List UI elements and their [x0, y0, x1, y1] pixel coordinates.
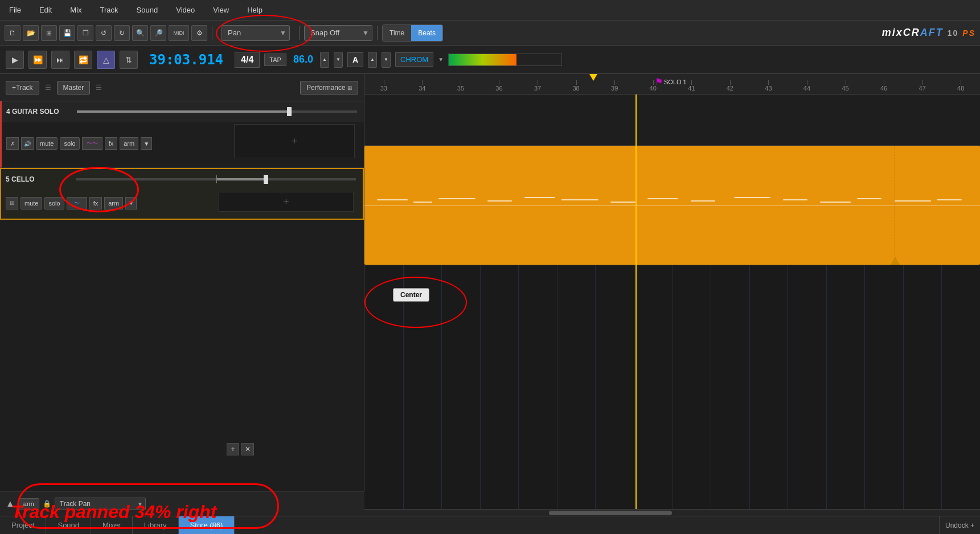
undo-button[interactable]: ↺ [96, 25, 112, 41]
cello-track-header: 5 CELLO [1, 169, 363, 190]
tab-sound[interactable]: Sound [46, 516, 91, 534]
guitar-dropdown-button[interactable]: ▼ [141, 137, 152, 150]
tap-button[interactable]: TAP [264, 54, 286, 66]
guitar-fx-button[interactable]: fx [105, 137, 118, 150]
cello-piano-icon[interactable]: ⊞ [6, 197, 18, 210]
key-display: A [347, 52, 363, 67]
separator-3 [377, 26, 378, 40]
remove-track-button[interactable]: ✕ [241, 443, 254, 455]
timeline-scrollbar-thumb[interactable] [549, 511, 672, 515]
menu-video[interactable]: Video [173, 5, 198, 15]
ruler-mark-37: 37 [518, 85, 557, 92]
center-tooltip: Center [393, 288, 429, 302]
new-button[interactable]: 🗋 [5, 25, 20, 41]
timeline-scrollbar[interactable] [364, 509, 980, 516]
cello-mute-button[interactable]: mute [20, 197, 42, 210]
punch-button[interactable]: ⇅ [120, 51, 138, 69]
waveform-line-13 [857, 198, 881, 199]
timeline-content: Center [364, 95, 980, 509]
master-menu-icon[interactable]: ☰ [96, 84, 102, 92]
pan-dropdown[interactable]: Pan [222, 25, 290, 41]
menu-help[interactable]: Help [244, 5, 266, 15]
cello-track-name: 5 CELLO [6, 175, 74, 183]
master-button[interactable]: Master [57, 81, 91, 95]
play-button[interactable]: ▶ [6, 51, 24, 69]
cello-track-controls: ⊞ mute solo 〜 fx arm ▼ + [1, 190, 363, 219]
ruler-mark-41: 41 [673, 85, 711, 92]
add-track-small-button[interactable]: + [227, 443, 239, 455]
cello-waveform-icon[interactable]: 〜 [67, 197, 87, 210]
beats-button[interactable]: Beats [411, 25, 442, 41]
guitar-mute-button[interactable]: mute [36, 137, 58, 150]
guitar-waveform-icon[interactable]: 〜〜 [82, 137, 102, 150]
browse-button[interactable]: ⊞ [41, 25, 57, 41]
add-track-menu-icon[interactable]: ☰ [45, 84, 51, 92]
ruler-mark-44: 44 [788, 85, 826, 92]
bpm-up-button[interactable]: ▲ [320, 52, 329, 68]
track-controls-header: +Track ☰ Master ☰ Performance ⊞ [0, 74, 364, 101]
cello-dropdown-button[interactable]: ▼ [125, 197, 137, 210]
menu-view[interactable]: View [210, 5, 232, 15]
bpm-down-button[interactable]: ▼ [334, 52, 343, 68]
ruler-mark-34: 34 [403, 85, 442, 92]
menu-file[interactable]: File [6, 5, 24, 15]
tab-store[interactable]: Store (86) [179, 516, 235, 534]
guitar-solo-button[interactable]: solo [60, 137, 79, 150]
fast-forward-button[interactable]: ⏩ [28, 51, 47, 69]
menu-sound[interactable]: Sound [133, 5, 162, 15]
bottom-controls-area: ▲ arm 🔒 Track Pan ▼ [0, 491, 364, 516]
app-logo: mixCRAFT 10 PS [882, 27, 975, 39]
guitar-speaker-icon[interactable]: 🔊 [21, 137, 34, 150]
main-content: +Track ☰ Master ☰ Performance ⊞ 4 GUITAR… [0, 74, 980, 516]
skip-end-button[interactable]: ⏭ [51, 51, 69, 69]
cello-pan-slider[interactable] [76, 178, 356, 180]
copy-button[interactable]: ❐ [77, 25, 93, 41]
track-pan-select[interactable]: Track Pan [55, 498, 146, 510]
menu-edit[interactable]: Edit [36, 5, 55, 15]
midi-button[interactable]: MIDI [169, 25, 189, 41]
key-up-button[interactable]: ▲ [368, 52, 377, 68]
save-button[interactable]: 💾 [59, 25, 75, 41]
waveform-line-11 [783, 199, 807, 200]
guitar-track-name: 4 GUITAR SOLO [6, 108, 75, 116]
cello-solo-button[interactable]: solo [44, 197, 64, 210]
loop-button[interactable]: 🔁 [74, 51, 92, 69]
menu-track[interactable]: Track [97, 5, 122, 15]
zoom-in-button[interactable]: 🔍 [132, 25, 148, 41]
snap-dropdown[interactable]: Snap Off [304, 25, 372, 41]
arm-small-button[interactable]: arm [18, 498, 39, 510]
performance-label: Performance [306, 84, 346, 92]
ruler-mark-39: 39 [595, 85, 634, 92]
guitar-add-region-button[interactable]: + [234, 124, 355, 158]
tab-project[interactable]: Project [0, 516, 46, 534]
guitar-disable-icon[interactable]: ✗ [6, 137, 19, 150]
undock-button[interactable]: Undock + [939, 516, 980, 534]
add-track-button[interactable]: +Track [6, 81, 39, 95]
performance-button[interactable]: Performance ⊞ [300, 81, 358, 95]
redo-button[interactable]: ↻ [114, 25, 130, 41]
timecode-display: 39:03.914 [149, 52, 223, 68]
guitar-volume-slider[interactable] [77, 110, 357, 113]
tab-mixer[interactable]: Mixer [91, 516, 133, 534]
metronome-button[interactable]: △ [97, 51, 115, 69]
cello-arm-button[interactable]: arm [104, 197, 123, 210]
pointer-icon: ▲ [6, 499, 15, 509]
key-down-button[interactable]: ▼ [382, 52, 391, 68]
time-button[interactable]: Time [383, 25, 411, 41]
guitar-arm-button[interactable]: arm [120, 137, 138, 150]
cello-clip[interactable] [364, 146, 980, 265]
zoom-out-button[interactable]: 🔎 [150, 25, 166, 41]
cello-fx-button[interactable]: fx [89, 197, 102, 210]
scale-display[interactable]: CHROM [395, 52, 433, 67]
open-button[interactable]: 📂 [23, 25, 39, 41]
tab-library[interactable]: Library [133, 516, 179, 534]
master-level-fill [449, 54, 516, 65]
guitar-volume-thumb[interactable] [287, 107, 292, 116]
pan-slider-thumb[interactable] [264, 175, 268, 184]
solo-marker-label: SOLO 1 [664, 79, 687, 85]
settings-icon[interactable]: ⚙ [191, 25, 207, 41]
menu-mix[interactable]: Mix [67, 5, 85, 15]
cello-add-region-button[interactable]: + [219, 192, 354, 212]
bottom-tabs: Project Sound Mixer Library Store (86) U… [0, 516, 980, 534]
lock-icon: 🔒 [43, 500, 51, 508]
